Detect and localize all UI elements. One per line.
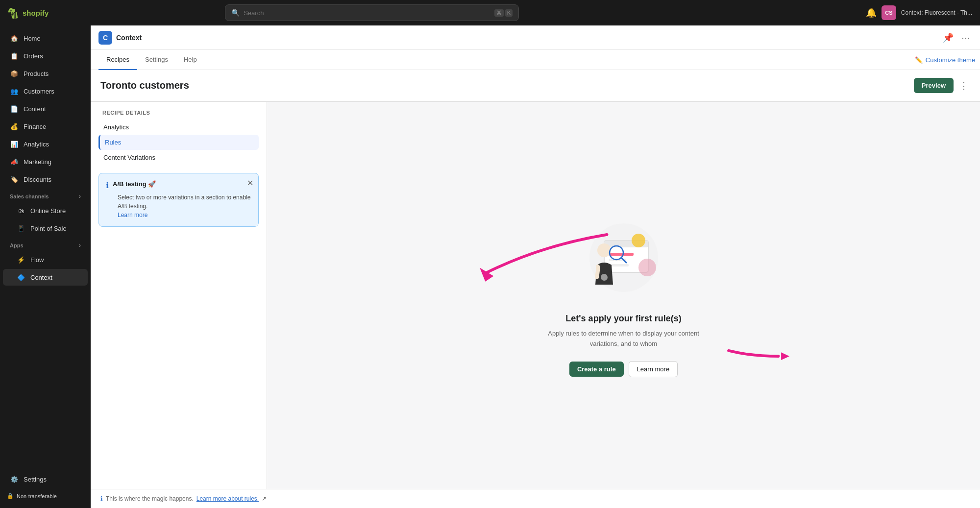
svg-marker-12: [480, 268, 493, 282]
pos-icon: 📱: [17, 224, 25, 233]
info-box: ℹ A/B testing 🚀 ✕ Select two or more var…: [98, 173, 259, 227]
app-name: Context: [116, 34, 142, 42]
sidebar-item-finance[interactable]: 💰 Finance: [3, 118, 88, 135]
sidebar-label-marketing: Marketing: [24, 158, 51, 166]
tabs-bar: Recipes Settings Help: [91, 50, 910, 70]
avatar: CS: [882, 5, 896, 20]
sidebar-item-analytics[interactable]: 📊 Analytics: [3, 136, 88, 152]
flow-icon: ⚡: [17, 255, 25, 264]
sidebar-item-online-store[interactable]: 🛍 Online Store: [3, 202, 88, 219]
page-title: Toronto customers: [100, 80, 189, 91]
svg-point-11: [601, 274, 608, 281]
page-title-actions: Preview ⋮: [914, 78, 970, 93]
topbar-right: 🔔 CS Context: Fluorescent - Th...: [866, 5, 972, 20]
logo-text: shopify: [23, 9, 49, 17]
apps-section: Apps ›: [3, 237, 88, 251]
layout: 🏠 Home 📋 Orders 📦 Products 👥 Customers 📄…: [0, 25, 980, 508]
bell-icon[interactable]: 🔔: [866, 7, 877, 18]
customize-icon: ✏️: [915, 56, 923, 64]
search-bar[interactable]: 🔍 ⌘ K: [225, 4, 519, 21]
empty-state-description: Apply rules to determine when to display…: [540, 329, 707, 349]
info-circle-icon: ℹ: [106, 181, 109, 190]
bottom-text: This is where the magic happens.: [106, 495, 194, 502]
bottom-learn-more-link[interactable]: Learn more about rules.: [196, 495, 259, 502]
sidebar-item-content[interactable]: 📄 Content: [3, 100, 88, 117]
sidebar-item-discounts[interactable]: 🏷️ Discounts: [3, 171, 88, 188]
page-more-button[interactable]: ⋮: [957, 78, 970, 93]
shopify-logo: shopify: [8, 7, 49, 19]
chevron-right-icon: ›: [79, 193, 81, 200]
sidebar-label-products: Products: [24, 70, 49, 77]
recipe-nav-analytics[interactable]: Analytics: [98, 120, 259, 135]
store-icon: 🛍: [17, 206, 25, 215]
app-header: C Context 📌 ⋯: [91, 25, 980, 50]
body-area: RECIPE DETAILS Analytics Rules Content V…: [91, 102, 980, 489]
right-panel: Let's apply your first rule(s) Apply rul…: [267, 102, 980, 489]
recipe-nav-content-variations[interactable]: Content Variations: [98, 150, 259, 165]
empty-state-title: Let's apply your first rule(s): [565, 314, 681, 324]
sidebar-label-home: Home: [24, 35, 41, 42]
marketing-icon: 📣: [10, 157, 19, 166]
app-icon: C: [98, 31, 112, 45]
info-body-text: Select two or more variations in a secti…: [118, 194, 250, 210]
lock-icon: 🔒: [7, 493, 14, 499]
sidebar-label-orders: Orders: [24, 52, 43, 60]
sidebar-item-marketing[interactable]: 📣 Marketing: [3, 153, 88, 170]
sidebar-item-flow[interactable]: ⚡ Flow: [3, 251, 88, 268]
bottom-info-icon: ℹ: [100, 495, 103, 502]
discounts-icon: 🏷️: [10, 175, 19, 184]
sidebar-item-pos[interactable]: 📱 Point of Sale: [3, 220, 88, 237]
sidebar-item-settings[interactable]: ⚙️ Settings: [3, 471, 88, 487]
svg-rect-5: [609, 264, 629, 266]
customize-theme-button[interactable]: ✏️ Customize theme: [910, 53, 980, 67]
sidebar-label-content: Content: [24, 105, 46, 113]
recipe-nav-rules[interactable]: Rules: [98, 135, 259, 150]
tabs-customize-row: Recipes Settings Help ✏️ Customize theme: [91, 50, 980, 70]
sidebar-label-customers: Customers: [24, 88, 54, 95]
orders-icon: 📋: [10, 51, 19, 60]
svg-point-6: [597, 243, 611, 257]
svg-point-10: [638, 259, 656, 276]
learn-more-button[interactable]: Learn more: [629, 361, 678, 377]
svg-rect-3: [609, 253, 634, 256]
pin-button[interactable]: 📌: [941, 30, 956, 45]
home-icon: 🏠: [10, 34, 19, 43]
info-learn-more-link[interactable]: Learn more: [118, 212, 147, 218]
preview-button[interactable]: Preview: [914, 78, 954, 93]
action-row: Create a rule Learn more: [569, 361, 678, 377]
customers-icon: 👥: [10, 87, 19, 96]
analytics-icon: 📊: [10, 140, 19, 148]
tab-settings[interactable]: Settings: [137, 50, 176, 70]
sidebar-item-orders[interactable]: 📋 Orders: [3, 48, 88, 64]
recipe-details-label: RECIPE DETAILS: [98, 110, 259, 116]
external-link-icon: ↗: [262, 495, 267, 502]
more-button[interactable]: ⋯: [959, 30, 972, 45]
svg-marker-13: [781, 352, 789, 360]
sales-channels-section: Sales channels ›: [3, 188, 88, 202]
empty-state-illustration: [575, 214, 673, 302]
sidebar-item-home[interactable]: 🏠 Home: [3, 30, 88, 47]
kbd1: ⌘: [494, 9, 504, 17]
create-rule-button[interactable]: Create a rule: [569, 362, 624, 377]
sidebar-item-context[interactable]: 🔷 Context: [3, 269, 88, 286]
info-close-button[interactable]: ✕: [247, 178, 253, 188]
sidebar-label-analytics: Analytics: [24, 141, 49, 148]
finance-icon: 💰: [10, 122, 19, 131]
sidebar-label-finance: Finance: [24, 123, 46, 130]
left-nav: RECIPE DETAILS Analytics Rules Content V…: [91, 102, 267, 489]
top-bar: shopify 🔍 ⌘ K 🔔 CS Context: Fluorescent …: [0, 0, 980, 25]
sidebar-item-customers[interactable]: 👥 Customers: [3, 83, 88, 99]
app-top-section: C Context 📌 ⋯ Recipes Settings Help ✏️ C…: [91, 25, 980, 102]
info-title: A/B testing 🚀: [113, 180, 156, 188]
kbd2: K: [505, 9, 513, 17]
sidebar-item-products[interactable]: 📦 Products: [3, 65, 88, 82]
search-input[interactable]: [244, 9, 490, 17]
tab-recipes[interactable]: Recipes: [98, 50, 137, 70]
main-content: C Context 📌 ⋯ Recipes Settings Help ✏️ C…: [91, 25, 980, 508]
non-transferable-bar: 🔒 Non-transferable: [0, 488, 91, 504]
app-header-actions: 📌 ⋯: [941, 30, 972, 45]
chevron-right-apps-icon: ›: [79, 242, 81, 249]
sidebar: 🏠 Home 📋 Orders 📦 Products 👥 Customers 📄…: [0, 25, 91, 508]
svg-point-9: [632, 234, 645, 247]
tab-help[interactable]: Help: [176, 50, 205, 70]
